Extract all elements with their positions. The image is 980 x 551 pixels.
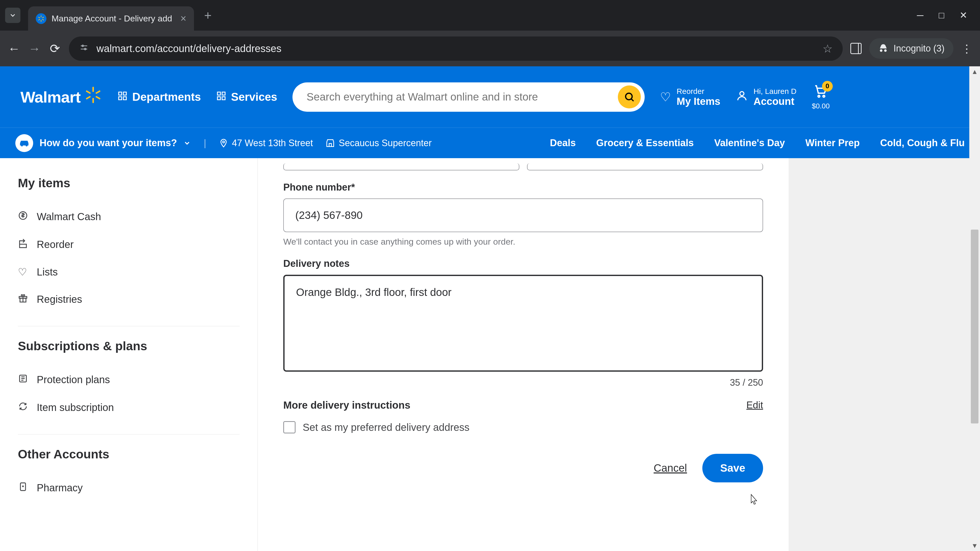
store-location[interactable]: Secaucus Supercenter <box>326 138 431 148</box>
services-icon <box>216 91 226 103</box>
phone-input[interactable] <box>283 198 763 232</box>
chevron-down-icon <box>183 139 191 147</box>
sidebar-heading-subscriptions: Subscriptions & plans <box>18 339 240 353</box>
svg-point-26 <box>740 92 744 96</box>
sidebar-separator <box>18 326 240 326</box>
search-button[interactable] <box>618 86 641 108</box>
sidebar-item-subscription[interactable]: Item subscription <box>18 394 240 421</box>
save-button[interactable]: Save <box>702 454 763 483</box>
cart-button[interactable]: 0 $0.00 <box>812 84 830 110</box>
edit-instructions-link[interactable]: Edit <box>746 400 763 411</box>
partial-input-right[interactable] <box>527 163 763 170</box>
cancel-button[interactable]: Cancel <box>654 462 687 474</box>
account-link[interactable]: Hi, Lauren D Account <box>736 87 797 107</box>
grid-icon <box>118 91 127 103</box>
services-button[interactable]: Services <box>216 91 277 103</box>
sidebar-item-reorder[interactable]: Reorder <box>18 230 240 259</box>
address-form: Phone number* We'll contact you in case … <box>258 158 789 551</box>
sidebar-heading-other: Other Accounts <box>18 447 240 461</box>
phone-hint: We'll contact you in case anything comes… <box>283 237 763 247</box>
dollar-icon <box>18 210 29 223</box>
sidebar-item-walmart-cash[interactable]: Walmart Cash <box>18 203 240 230</box>
url-text: walmart.com/account/delivery-addresses <box>97 43 815 54</box>
svg-point-29 <box>223 141 224 143</box>
reorder-link[interactable]: ♡ Reorder My Items <box>660 87 720 107</box>
svg-rect-22 <box>218 97 221 100</box>
sidebar-label: Reorder <box>37 239 74 250</box>
vertical-scrollbar[interactable]: ▲ ▼ <box>969 66 980 551</box>
fulfillment-intent-button[interactable]: How do you want your items? <box>15 134 191 152</box>
bookmark-button[interactable]: ☆ <box>822 42 832 55</box>
browser-menu-button[interactable]: ⋮ <box>961 42 972 55</box>
scroll-up-arrow[interactable]: ▲ <box>969 66 980 77</box>
subnav-links: Deals Grocery & Essentials Valentine's D… <box>550 138 965 148</box>
subnav-link-deals[interactable]: Deals <box>550 138 576 148</box>
svg-rect-11 <box>92 98 94 103</box>
preferred-address-checkbox[interactable] <box>283 421 296 433</box>
svg-rect-0 <box>41 15 41 17</box>
sidebar-label: Protection plans <box>37 374 110 386</box>
sidebar-item-registries[interactable]: Registries <box>18 286 240 313</box>
search-bar <box>293 83 645 112</box>
svg-point-9 <box>84 48 86 50</box>
new-tab-button[interactable]: + <box>204 8 212 23</box>
subnav-link-valentines[interactable]: Valentine's Day <box>714 138 785 148</box>
departments-label: Departments <box>132 91 201 103</box>
svg-line-25 <box>632 99 634 101</box>
svg-point-28 <box>823 95 824 97</box>
cart-total: $0.00 <box>812 102 830 110</box>
svg-rect-20 <box>218 92 221 95</box>
svg-rect-10 <box>92 87 94 92</box>
browser-tab[interactable]: Manage Account - Delivery add × <box>28 6 194 30</box>
scroll-thumb[interactable] <box>971 230 978 424</box>
services-label: Services <box>231 91 277 103</box>
divider: | <box>204 138 206 148</box>
svg-rect-2 <box>42 17 44 18</box>
sidebar-item-protection[interactable]: Protection plans <box>18 366 240 394</box>
delivery-address[interactable]: 47 West 13th Street <box>219 138 313 148</box>
subnav-link-cold[interactable]: Cold, Cough & Flu <box>880 138 965 148</box>
subnav-link-winter[interactable]: Winter Prep <box>805 138 860 148</box>
site-settings-icon[interactable] <box>79 43 89 55</box>
departments-button[interactable]: Departments <box>118 91 201 103</box>
subnav-link-grocery[interactable]: Grocery & Essentials <box>596 138 694 148</box>
browser-address-bar: ← → ⟳ walmart.com/account/delivery-addre… <box>0 30 980 66</box>
browser-tab-strip: Manage Account - Delivery add × + ─ □ ✕ <box>0 0 980 30</box>
reorder-small: Reorder <box>676 87 720 96</box>
svg-point-8 <box>82 45 83 46</box>
preferred-address-label: Set as my preferred delivery address <box>303 422 469 433</box>
svg-rect-18 <box>119 97 122 100</box>
intent-label: How do you want your items? <box>40 138 177 148</box>
more-instructions-label: More delivery instructions <box>283 400 410 411</box>
forward-button[interactable]: → <box>28 41 41 56</box>
tab-close-button[interactable]: × <box>180 13 186 24</box>
svg-rect-31 <box>20 244 27 248</box>
close-window-button[interactable]: ✕ <box>959 10 967 21</box>
partial-input-left[interactable] <box>283 163 519 170</box>
address-text: 47 West 13th Street <box>232 138 313 148</box>
reload-button[interactable]: ⟳ <box>48 41 61 56</box>
sidebar-item-pharmacy[interactable]: Pharmacy <box>18 474 240 502</box>
tab-search-button[interactable] <box>5 8 21 23</box>
sidebar-label: Lists <box>37 266 58 278</box>
sidebar-heading-my-items: My items <box>18 176 240 190</box>
account-greeting: Hi, Lauren D <box>754 87 797 96</box>
search-input[interactable] <box>307 91 618 103</box>
delivery-notes-input[interactable] <box>283 275 763 372</box>
reorder-large: My Items <box>676 96 720 107</box>
url-input[interactable]: walmart.com/account/delivery-addresses ☆ <box>69 37 843 61</box>
reorder-icon <box>18 238 29 251</box>
scroll-down-arrow[interactable]: ▼ <box>969 540 980 551</box>
char-count: 35 / 250 <box>283 377 763 388</box>
incognito-badge[interactable]: Incognito (3) <box>869 38 953 59</box>
walmart-spark-icon <box>84 86 102 108</box>
side-panel-button[interactable] <box>850 43 862 54</box>
pharmacy-icon <box>18 482 29 494</box>
sidebar-item-lists[interactable]: ♡ Lists <box>18 259 240 286</box>
account-label: Account <box>754 96 797 107</box>
maximize-button[interactable]: □ <box>939 10 944 21</box>
walmart-logo[interactable]: Walmart <box>21 86 102 108</box>
svg-rect-15 <box>95 96 101 100</box>
back-button[interactable]: ← <box>8 41 21 56</box>
minimize-button[interactable]: ─ <box>917 10 924 21</box>
